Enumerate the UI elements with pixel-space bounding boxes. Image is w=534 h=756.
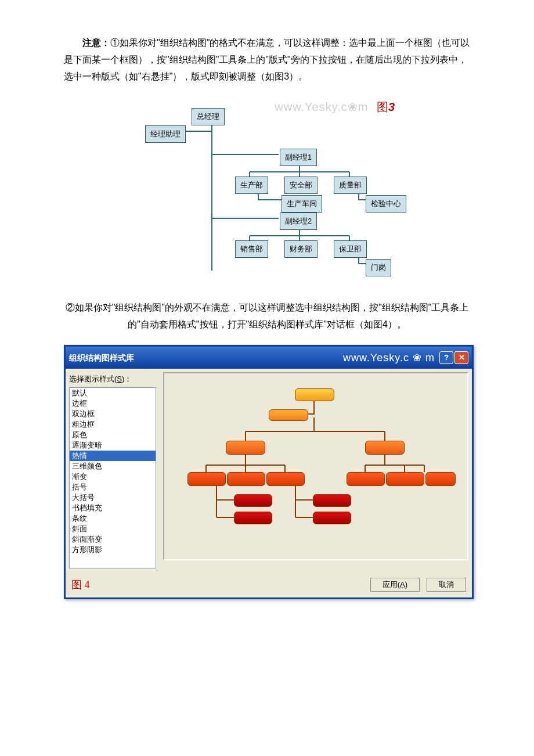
org-node-safe: 安全部	[284, 177, 317, 193]
style-list-item[interactable]: 斜面渐变	[70, 534, 156, 545]
org-node-gate: 门岗	[366, 259, 391, 276]
style-list-label: 选择图示样式(S)：	[69, 372, 156, 386]
org-node-prod: 生产部	[235, 177, 268, 193]
style-list-item[interactable]: 逐渐变暗	[70, 440, 156, 451]
preview-node	[269, 409, 308, 421]
figure-3: www.Yesky.c❀m 图3 总经理 经理助理 副经理1 生产部 安全部 质…	[134, 96, 400, 276]
titlebar-watermark: www.Yesky.c ❀ m	[343, 348, 435, 367]
preview-node	[266, 472, 305, 486]
style-list-item[interactable]: 方形阴影	[70, 545, 156, 555]
preview-node	[187, 472, 226, 486]
figure-4-label: 图 4	[71, 575, 90, 594]
style-list-item[interactable]: 三维颜色	[70, 461, 156, 471]
style-list-item[interactable]: 边框	[70, 398, 156, 409]
style-list-item[interactable]: 粗边框	[70, 419, 156, 430]
style-preview	[163, 372, 468, 560]
cancel-button[interactable]: 取消	[427, 578, 466, 592]
org-node-root: 总经理	[192, 108, 225, 125]
para-1: 注意：①如果你对"组织结构图"的格式不在满意，可以这样调整：选中最上面一个框图（…	[64, 35, 470, 85]
style-list-item[interactable]: 括号	[70, 482, 156, 492]
preview-connectors	[164, 373, 467, 559]
preview-node	[295, 388, 334, 401]
dialog-button-row: 图 4 应用(A) 取消	[66, 572, 472, 597]
org-node-sec: 保卫部	[334, 240, 367, 257]
style-list-item[interactable]: 条纹	[70, 513, 156, 524]
org-node-insp: 检验中心	[366, 195, 406, 212]
dialog-body: 选择图示样式(S)： 默认边框双边框粗边框原色逐渐变暗热情三维颜色渐变括号大括号…	[66, 369, 472, 571]
preview-node	[313, 512, 351, 524]
style-listbox[interactable]: 默认边框双边框粗边框原色逐渐变暗热情三维颜色渐变括号大括号书档填充条纹斜面斜面渐…	[69, 387, 156, 568]
style-list-item[interactable]: 斜面	[70, 524, 156, 534]
org-node-fin: 财务部	[284, 240, 317, 257]
preview-node	[227, 472, 265, 486]
preview-node	[347, 472, 385, 486]
preview-node	[365, 441, 405, 455]
org-node-ws: 生产车间	[282, 195, 322, 212]
style-list-item[interactable]: 原色	[70, 430, 156, 440]
style-list-pane: 选择图示样式(S)： 默认边框双边框粗边框原色逐渐变暗热情三维颜色渐变括号大括号…	[66, 369, 160, 571]
style-list-item[interactable]: 默认	[70, 388, 156, 398]
apply-button[interactable]: 应用(A)	[370, 578, 420, 592]
org-node-assistant: 经理助理	[145, 125, 186, 142]
close-button[interactable]: ✕	[454, 351, 468, 364]
para-2: ②如果你对"组织结构图"的外观不在满意，可以这样调整选中组织结构图，按"组织结构…	[64, 300, 470, 333]
style-list-item[interactable]: 大括号	[70, 492, 156, 503]
help-button[interactable]: ?	[439, 351, 453, 364]
preview-node	[234, 494, 272, 507]
org-node-vp2: 副经理2	[280, 213, 317, 229]
style-list-item[interactable]: 书档填充	[70, 503, 156, 513]
preview-node	[425, 472, 456, 486]
style-list-item[interactable]: 热情	[70, 451, 156, 461]
para-1-body: ①如果你对"组织结构图"的格式不在满意，可以这样调整：选中最上面一个框图（也可以…	[64, 38, 470, 81]
org-node-qual: 质量部	[334, 177, 367, 193]
para-1-lead: 注意：	[82, 38, 110, 48]
preview-node	[234, 512, 272, 524]
preview-node	[386, 472, 424, 486]
org-node-sale: 销售部	[235, 240, 268, 257]
style-list-item[interactable]: 双边框	[70, 409, 156, 419]
figure-4-dialog: 组织结构图样式库 www.Yesky.c ❀ m ? ✕ 选择图示样式(S)： …	[64, 345, 474, 599]
dialog-titlebar: 组织结构图样式库 www.Yesky.c ❀ m ? ✕	[66, 347, 472, 369]
dialog-title: 组织结构图样式库	[69, 351, 343, 365]
preview-node	[226, 441, 265, 455]
org-node-vp1: 副经理1	[280, 149, 317, 165]
style-list-item[interactable]: 渐变	[70, 471, 156, 482]
preview-node	[313, 494, 351, 507]
